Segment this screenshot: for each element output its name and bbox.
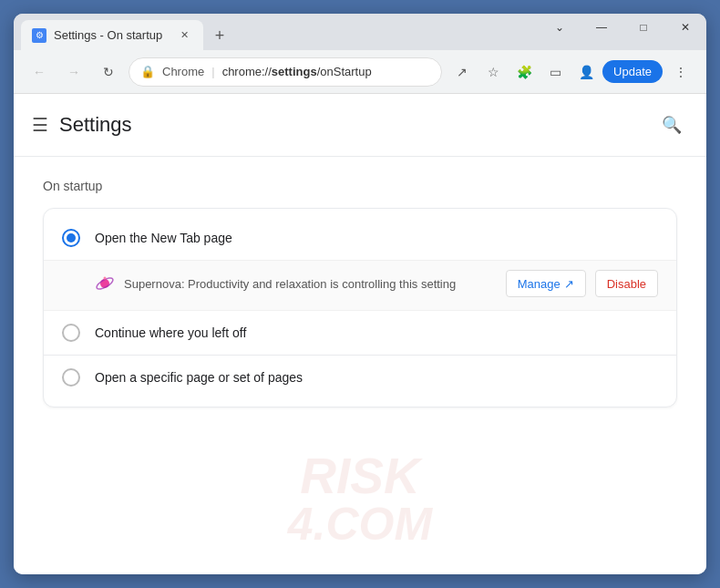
chevron-button[interactable]: ⌄ (539, 14, 581, 41)
settings-body: On startup Open the New Tab page (14, 157, 706, 429)
disable-button[interactable]: Disable (595, 270, 658, 297)
external-link-icon: ↗ (564, 277, 574, 291)
extension-row: Supernova: Productivity and relaxation i… (44, 260, 676, 311)
tab-strip: ⚙ Settings - On startup ✕ + (21, 14, 232, 50)
maximize-button[interactable]: □ (622, 14, 664, 41)
option-continue[interactable]: Continue where you left off (44, 311, 676, 355)
tab-title: Settings - On startup (54, 28, 169, 42)
settings-search-button[interactable]: 🔍 (655, 108, 688, 141)
update-button[interactable]: Update (602, 60, 663, 83)
back-button[interactable]: ← (25, 57, 54, 87)
toolbar-actions: ↗ ☆ 🧩 ▭ 👤 Update ⋮ (447, 57, 695, 87)
url-separator: | (211, 65, 214, 78)
page-content: RISK 4.COM ☰ Settings 🔍 On startup Open … (14, 94, 706, 574)
url-display: chrome://settings/onStartup (222, 65, 430, 78)
radio-new-tab-inner (67, 233, 76, 242)
close-button[interactable]: ✕ (664, 14, 706, 41)
more-menu-button[interactable]: ⋮ (666, 57, 695, 87)
watermark: RISK 4.COM (14, 451, 706, 574)
share-button[interactable]: ↗ (447, 57, 477, 87)
radio-new-tab[interactable] (62, 229, 80, 247)
option-continue-label: Continue where you left off (95, 325, 246, 340)
option-new-tab[interactable]: Open the New Tab page (44, 216, 676, 260)
security-icon: 🔒 (140, 65, 155, 79)
settings-header: ☰ Settings 🔍 (14, 94, 706, 157)
tab-close-button[interactable]: ✕ (176, 27, 192, 44)
browser-name-label: Chrome (162, 65, 204, 78)
sidebar-button[interactable]: ▭ (540, 57, 570, 87)
window-controls: ⌄ — □ ✕ (539, 14, 706, 41)
settings-page-title: Settings (59, 113, 132, 137)
new-tab-button[interactable]: + (207, 23, 232, 48)
svg-point-0 (100, 279, 109, 288)
browser-window: ⚙ Settings - On startup ✕ + ⌄ — □ ✕ ← → … (14, 14, 706, 574)
forward-button[interactable]: → (59, 57, 88, 87)
active-tab[interactable]: ⚙ Settings - On startup ✕ (21, 20, 203, 50)
radio-continue[interactable] (62, 324, 80, 342)
menu-icon[interactable]: ☰ (32, 114, 48, 136)
profile-button[interactable]: 👤 (571, 57, 601, 87)
toolbar: ← → ↻ 🔒 Chrome | chrome://settings/onSta… (14, 50, 706, 94)
radio-specific[interactable] (62, 368, 80, 387)
extension-icon (95, 273, 115, 294)
reload-button[interactable]: ↻ (94, 57, 123, 87)
section-label: On startup (43, 179, 677, 193)
option-specific[interactable]: Open a specific page or set of pages (44, 356, 676, 399)
settings-title-group: ☰ Settings (32, 113, 132, 137)
svg-point-2 (104, 277, 107, 280)
title-bar: ⚙ Settings - On startup ✕ + ⌄ — □ ✕ (14, 14, 706, 50)
extensions-button[interactable]: 🧩 (509, 57, 539, 87)
option-specific-label: Open a specific page or set of pages (95, 370, 303, 385)
options-card: Open the New Tab page Supernova: Product… (43, 208, 677, 407)
option-new-tab-label: Open the New Tab page (95, 231, 232, 245)
tab-favicon: ⚙ (32, 28, 46, 43)
bookmark-button[interactable]: ☆ (478, 57, 508, 87)
manage-button[interactable]: Manage ↗ (506, 270, 586, 297)
minimize-button[interactable]: — (581, 14, 622, 41)
address-bar[interactable]: 🔒 Chrome | chrome://settings/onStartup (129, 57, 442, 87)
extension-text: Supernova: Productivity and relaxation i… (124, 277, 497, 291)
